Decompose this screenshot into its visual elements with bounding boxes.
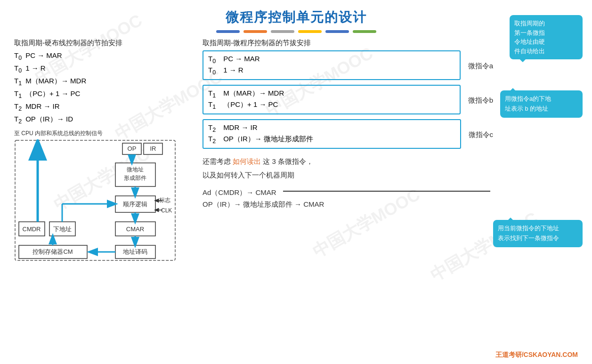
callout-arrow-3 <box>507 214 514 221</box>
callout-arrow <box>519 58 526 65</box>
expr: MDR → IR <box>25 102 60 110</box>
micro-label-b: 微指令b <box>468 96 493 105</box>
t-label: T0 <box>14 51 22 61</box>
formula-2-text: OP（IR）→ 微地址形成部件 → CMAR <box>203 200 324 209</box>
bottom-text-2: 以及如何转入下一个机器周期 <box>203 171 493 180</box>
expr: PC → MAR <box>223 55 260 63</box>
expr: OP（IR）→ 微地址形成部件 <box>223 135 313 144</box>
micro-row: T2 OP（IR）→ 微地址形成部件 <box>208 135 455 145</box>
t-label: T2 <box>208 123 216 133</box>
formula-1: Ad（CMDR）→ CMAR <box>203 188 276 197</box>
t-label: T1 <box>14 89 22 99</box>
micro-row: T2 MDR → IR <box>208 123 455 133</box>
right-section-title: 取指周期-微程序控制器的节拔安排 <box>203 39 493 48</box>
right-panel: 取指周期-微程序控制器的节拔安排 T0 PC → MAR T0 1 → R 微指… <box>203 39 578 266</box>
svg-text:地址译码: 地址译码 <box>122 248 147 255</box>
highlight-text: 如何读出 <box>233 157 261 165</box>
list-item: T1 （PC）+ 1 → PC <box>14 89 193 99</box>
left-section-title: 取指周期-硬布线控制器的节拍安排 <box>14 39 193 48</box>
expr: M（MAR）→ MDR <box>223 89 284 98</box>
list-item: T2 OP（IR）→ ID <box>14 115 193 125</box>
micro-row: T1 M（MAR）→ MDR <box>208 89 455 99</box>
expr: 1 → R <box>223 66 243 74</box>
callout-top-right: 取指周期的第一条微指令地址由硬件自动给出 <box>510 15 583 59</box>
expr: PC → MAR <box>25 51 62 59</box>
svg-text:微地址: 微地址 <box>127 166 144 173</box>
svg-text:CLK: CLK <box>161 207 172 214</box>
color-bar-item-2 <box>243 30 267 33</box>
diagram-svg: OP IR 微地址 形成部件 顺序逻辑 CMAR <box>14 139 188 264</box>
color-bar-item-3 <box>271 30 294 33</box>
micro-box-1: T0 PC → MAR T0 1 → R <box>203 50 461 80</box>
micro-row: T1 （PC）+ 1 → PC <box>208 100 455 110</box>
formula-row-1: Ad（CMDR）→ CMAR <box>203 185 493 197</box>
svg-text:控制存储器CM: 控制存储器CM <box>32 248 73 255</box>
svg-text:CMDR: CMDR <box>23 226 41 233</box>
micro-box-2: T1 M（MAR）→ MDR T1 （PC）+ 1 → PC <box>203 85 461 114</box>
bottom-text: 还需考虑 如何读出 这 3 条微指令， <box>203 157 493 166</box>
list-item: T1 M（MAR）→ MDR <box>14 77 193 87</box>
callout-mid-text: 用微指令a的下地址表示 b 的地址 <box>505 95 551 112</box>
micro-row-group-3: T2 MDR → IR T2 OP（IR）→ 微地址形成部件 微指令c <box>203 119 493 151</box>
micro-label-a: 微指令a <box>468 62 493 71</box>
expr: OP（IR）→ ID <box>25 115 73 124</box>
callout-mid-right: 用微指令a的下地址表示 b 的地址 <box>500 90 583 118</box>
expr: 1 → R <box>25 64 46 72</box>
left-panel: 取指周期-硬布线控制器的节拍安排 T0 PC → MAR T0 1 → R T1… <box>14 39 193 266</box>
formula-1-text: Ad（CMDR）→ CMAR <box>203 188 276 197</box>
list-item: T0 PC → MAR <box>14 51 193 61</box>
t-label: T2 <box>14 115 22 125</box>
micro-row: T0 PC → MAR <box>208 55 455 65</box>
t-label: T1 <box>208 100 216 110</box>
footer: 王道考研/CSKAOYAN.COM <box>495 351 578 359</box>
svg-text:OP: OP <box>128 145 137 152</box>
callout-bottom-right: 用当前微指令的下地址表示找到下一条微指令 <box>493 220 583 247</box>
svg-text:标志: 标志 <box>159 197 170 203</box>
expr: M（MAR）→ MDR <box>25 77 86 86</box>
t-label: T0 <box>14 64 22 74</box>
arrow-line <box>283 191 490 192</box>
formula-row-2: OP（IR）→ 微地址形成部件 → CMAR <box>203 200 493 209</box>
micro-row-group-1: T0 PC → MAR T0 1 → R 微指令a <box>203 50 493 82</box>
diagram-label: 至 CPU 内部和系统总线的控制信号 <box>14 129 188 138</box>
expr: MDR → IR <box>223 123 258 131</box>
expr: （PC）+ 1 → PC <box>223 100 278 109</box>
micro-row-group-2: T1 M（MAR）→ MDR T1 （PC）+ 1 → PC 微指令b <box>203 85 493 116</box>
svg-text:下地址: 下地址 <box>53 226 72 233</box>
page-title: 微程序控制单元的设计 <box>0 0 592 26</box>
t-label: T1 <box>14 77 22 87</box>
svg-text:CMAR: CMAR <box>126 226 144 233</box>
color-bar-item-1 <box>216 30 240 33</box>
svg-text:形成部件: 形成部件 <box>124 175 146 181</box>
t-label: T0 <box>208 66 216 76</box>
callout-bottom-text: 用当前微指令的下地址表示找到下一条微指令 <box>498 225 559 242</box>
micro-box-3: T2 MDR → IR T2 OP（IR）→ 微地址形成部件 <box>203 119 461 149</box>
color-bar-item-5 <box>325 30 349 33</box>
t-label: T2 <box>208 135 216 145</box>
callout-arrow-2 <box>510 85 516 91</box>
expr: （PC）+ 1 → PC <box>25 89 80 98</box>
t-label: T0 <box>208 55 216 65</box>
left-timing-list: T0 PC → MAR T0 1 → R T1 M（MAR）→ MDR T1 （… <box>14 51 193 125</box>
diagram-wrapper: OP IR 微地址 形成部件 顺序逻辑 CMAR <box>14 139 188 264</box>
t-label: T1 <box>208 89 216 99</box>
t-label: T2 <box>14 102 22 112</box>
svg-text:顺序逻辑: 顺序逻辑 <box>123 201 147 208</box>
svg-text:IR: IR <box>150 145 156 152</box>
cpu-diagram: 至 CPU 内部和系统总线的控制信号 OP IR 微地址 形成部件 <box>14 129 188 266</box>
color-bar <box>0 30 592 33</box>
color-bar-item-4 <box>298 30 322 33</box>
list-item: T2 MDR → IR <box>14 102 193 112</box>
micro-label-c: 微指令c <box>469 130 494 139</box>
main-content: 取指周期-硬布线控制器的节拍安排 T0 PC → MAR T0 1 → R T1… <box>0 39 592 266</box>
micro-row: T0 1 → R <box>208 66 455 76</box>
callout-top-text: 取指周期的第一条微指令地址由硬件自动给出 <box>514 20 545 55</box>
color-bar-item-6 <box>353 30 376 33</box>
list-item: T0 1 → R <box>14 64 193 74</box>
